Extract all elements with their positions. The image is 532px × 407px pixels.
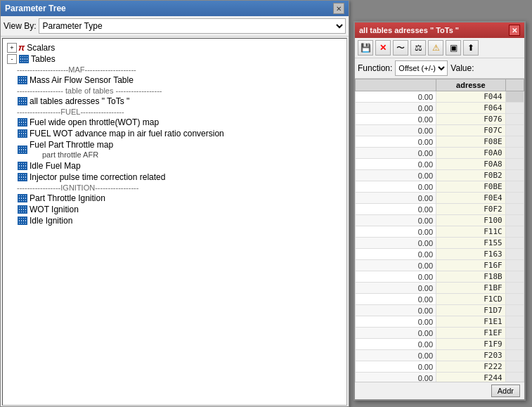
param-tree-titlebar: Parameter Tree ✕ [1, 1, 349, 16]
table-row[interactable]: 0.00F16F [356, 260, 524, 271]
tree-item-label: all tables adresses " ToTs " [30, 96, 129, 106]
scroll-cell [505, 294, 524, 305]
addr-header: adresse [436, 79, 506, 91]
table-row[interactable]: 0.00F076 [356, 114, 524, 125]
scroll-cell [505, 350, 524, 361]
grid-icon-container [17, 193, 28, 203]
tree-item-label: Idle Fuel Map [30, 161, 81, 171]
addr-button[interactable]: Addr [491, 385, 520, 397]
separator-text: ------------------ table of tables -----… [17, 86, 162, 95]
tree-item-fuel-sep[interactable]: -----------------FUEL----------------- [6, 107, 344, 117]
scroll-cell [505, 148, 524, 159]
tree-item-wot-ignition[interactable]: WOT Ignition [6, 204, 344, 215]
addr-cell: F07C [436, 125, 506, 136]
table-row[interactable]: 0.00F1EF [356, 328, 524, 339]
tables-close-button[interactable]: ✕ [509, 25, 520, 36]
tree-item-label: Mass Air Flow Sensor Table [30, 75, 134, 85]
arrow-button[interactable]: ⬆ [463, 40, 479, 56]
param-tree-title: Parameter Tree [5, 4, 66, 13]
scroll-cell [505, 103, 524, 114]
scroll-cell [505, 361, 524, 373]
tree-item-table-of-tables[interactable]: ------------------ table of tables -----… [6, 86, 344, 96]
table-row[interactable]: 0.00F155 [356, 238, 524, 249]
scroll-cell [505, 226, 524, 238]
tree-item-tables[interactable]: - Tables [6, 53, 344, 65]
tree-item-all-tables[interactable]: all tables adresses " ToTs " [6, 96, 344, 107]
table-row[interactable]: 0.00F08E [356, 136, 524, 148]
table-row[interactable]: 0.00F07C [356, 125, 524, 136]
addr-cell: F11C [436, 226, 506, 238]
addr-cell: F044 [436, 91, 506, 103]
value-cell: 0.00 [356, 328, 436, 339]
table-row[interactable]: 0.00F222 [356, 361, 524, 373]
value-cell: 0.00 [356, 238, 436, 249]
grid-icon-container [18, 54, 30, 64]
value-cell: 0.00 [356, 170, 436, 181]
value-cell: 0.00 [356, 159, 436, 170]
table-row[interactable]: 0.00F0A0 [356, 148, 524, 159]
tables-toolbar: 💾 ✕ 〜 ⚖ ⚠ ▣ ⬆ [355, 38, 524, 58]
table-row[interactable]: 0.00F18B [356, 271, 524, 283]
param-tree-close-button[interactable]: ✕ [333, 3, 344, 14]
tree-subtext: part throttle AFR [30, 150, 98, 159]
table-row[interactable]: 0.00F11C [356, 226, 524, 238]
table-row[interactable]: 0.00F064 [356, 103, 524, 114]
table-row[interactable]: 0.00F1BF [356, 283, 524, 294]
tree-item-scalars[interactable]: + π Scalars [6, 41, 344, 53]
table-row[interactable]: 0.00F1E1 [356, 316, 524, 328]
function-select[interactable]: Offset (+/-)MultiplyDivideSet Value [395, 60, 448, 76]
tree-item-part-throttle-ign[interactable]: Part Throttle Ignition [6, 193, 344, 204]
tree-item-fuel-part-throttle[interactable]: Fuel Part Throttle mappart throttle AFR [6, 139, 344, 160]
warning-button[interactable]: ⚠ [428, 40, 443, 56]
save-button[interactable]: 💾 [358, 40, 373, 56]
scroll-cell [505, 136, 524, 148]
table-row[interactable]: 0.00F1CD [356, 294, 524, 305]
scroll-cell [505, 305, 524, 316]
tree-item-idle-ignition[interactable]: Idle Ignition [6, 215, 344, 226]
view-by-select[interactable]: Parameter TypeAlphabeticalCategory [39, 18, 346, 34]
table-row[interactable]: 0.00F0A8 [356, 159, 524, 170]
table-row[interactable]: 0.00F0B2 [356, 170, 524, 181]
value-cell: 0.00 [356, 215, 436, 226]
separator-text: -----------------FUEL----------------- [17, 108, 124, 116]
tree-item-fuel-wot[interactable]: Fuel wide open throttle(WOT) map [6, 117, 344, 128]
copy-button[interactable]: ▣ [446, 40, 461, 56]
chart-button[interactable]: 〜 [393, 40, 408, 56]
value-cell: 0.00 [356, 181, 436, 193]
tables-titlebar: all tables adresses " ToTs " ✕ [355, 22, 524, 38]
expand-icon[interactable]: + [7, 43, 17, 53]
tree-item-injector-pulse[interactable]: Injector pulse time correction related [6, 172, 344, 183]
tree-item-maf-sep[interactable]: --------------------MAF-----------------… [6, 65, 344, 75]
table-row[interactable]: 0.00F1D7 [356, 305, 524, 316]
tree-item-label: FUEL WOT advance map in air fuel ratio c… [30, 129, 224, 138]
scale-button[interactable]: ⚖ [410, 40, 426, 56]
separator-text: --------------------MAF-----------------… [17, 65, 136, 74]
table-row[interactable]: 0.00F100 [356, 215, 524, 226]
table-row[interactable]: 0.00F1F9 [356, 339, 524, 350]
value-cell: 0.00 [356, 114, 436, 125]
table-row[interactable]: 0.00F0E4 [356, 193, 524, 204]
pi-icon: π [18, 42, 25, 53]
tables-title: all tables adresses " ToTs " [359, 26, 459, 34]
table-row[interactable]: 0.00F0F2 [356, 204, 524, 215]
scroll-cell [505, 114, 524, 125]
tree-item-label: Injector pulse time correction related [30, 172, 165, 182]
table-row[interactable]: 0.00F203 [356, 350, 524, 361]
grid-icon-container [17, 129, 28, 138]
tree-item-mass-air-flow[interactable]: Mass Air Flow Sensor Table [6, 75, 344, 86]
grid-icon-container [17, 161, 28, 171]
tree-item-ignition-sep[interactable]: -----------------IGNITION---------------… [6, 183, 344, 193]
scroll-cell [505, 193, 524, 204]
table-grid: adresse 0.00F0440.00F0640.00F0760.00F07C… [355, 79, 524, 392]
tree-item-idle-fuel[interactable]: Idle Fuel Map [6, 160, 344, 172]
delete-button[interactable]: ✕ [375, 40, 391, 56]
value-cell: 0.00 [356, 271, 436, 283]
table-row[interactable]: 0.00F044 [356, 91, 524, 103]
value-cell: 0.00 [356, 339, 436, 350]
grid-icon-container [17, 216, 28, 226]
view-by-toolbar: View By: Parameter TypeAlphabeticalCateg… [1, 16, 349, 37]
expand-icon[interactable]: - [7, 54, 17, 64]
table-row[interactable]: 0.00F0BE [356, 181, 524, 193]
table-row[interactable]: 0.00F163 [356, 249, 524, 260]
tree-item-fuel-wot-afr[interactable]: FUEL WOT advance map in air fuel ratio c… [6, 128, 344, 139]
